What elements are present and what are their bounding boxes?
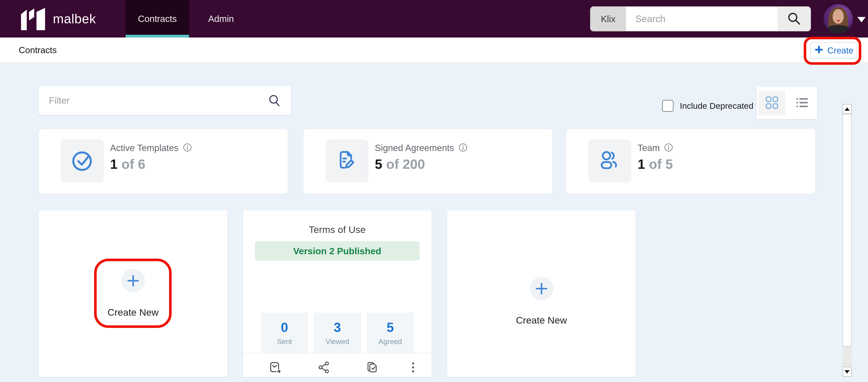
list-view-icon xyxy=(795,95,810,111)
brand: malbek xyxy=(19,0,96,37)
filter-bar xyxy=(39,86,291,115)
stat-suffix: of 200 xyxy=(386,156,425,172)
plus-circle xyxy=(121,269,145,293)
search-icon xyxy=(787,11,801,26)
stat-card-active-templates: Active Templates 1 of 6 xyxy=(39,129,288,194)
stat-viewed-label: Viewed xyxy=(326,337,349,346)
stat-tile xyxy=(588,139,631,182)
info-icon[interactable] xyxy=(183,143,192,153)
stat-agreed-value: 5 xyxy=(386,320,394,335)
malbek-logo-icon xyxy=(19,6,48,32)
global-search: Klix xyxy=(590,6,811,31)
template-card-terms-of-use[interactable]: Terms of Use Version 2 Published 0 Sent … xyxy=(243,210,431,377)
include-deprecated-checkbox[interactable] xyxy=(662,100,674,112)
search-input[interactable] xyxy=(626,7,777,31)
list-view-button[interactable] xyxy=(789,90,815,116)
stat-viewed-value: 3 xyxy=(334,320,341,335)
stat-agreed-label: Agreed xyxy=(378,337,402,346)
create-new-label: Create New xyxy=(516,315,567,326)
create-new-card[interactable]: Create New xyxy=(39,210,227,377)
plus-icon xyxy=(535,282,549,296)
grid-view-button[interactable] xyxy=(758,90,785,116)
template-title: Terms of Use xyxy=(243,224,431,235)
stat-card-team: Team 1 of 5 xyxy=(566,129,815,194)
stat-tile xyxy=(326,139,369,182)
stat-title: Active Templates xyxy=(110,143,179,153)
share-icon[interactable] xyxy=(317,360,331,375)
stat-suffix: of 6 xyxy=(122,156,145,172)
plus-icon xyxy=(814,45,824,56)
stat-suffix: of 5 xyxy=(649,156,673,172)
brand-name: malbek xyxy=(53,11,96,26)
status-badge: Version 2 Published xyxy=(255,241,420,261)
create-button[interactable]: Create xyxy=(810,42,857,59)
create-new-card[interactable]: Create New xyxy=(447,210,636,377)
stat-value: 5 xyxy=(375,156,382,172)
grid-view-icon xyxy=(764,95,780,111)
triangle-up-icon xyxy=(844,108,850,111)
create-new-action[interactable]: Create New xyxy=(447,277,636,326)
team-icon xyxy=(598,148,622,173)
search-scope-badge: Klix xyxy=(590,7,626,31)
top-nav: malbek Contracts Admin Klix xyxy=(0,0,868,37)
info-icon[interactable] xyxy=(459,143,468,153)
signed-agreement-icon xyxy=(335,148,359,173)
stat-sent-label: Sent xyxy=(277,337,292,346)
search-button[interactable] xyxy=(777,7,811,31)
view-toggle xyxy=(757,87,817,119)
tab-contracts-label: Contracts xyxy=(138,13,177,24)
breadcrumb: Contracts xyxy=(19,37,57,63)
info-icon[interactable] xyxy=(664,143,673,153)
stat-title: Signed Agreements xyxy=(375,143,454,153)
stat-agreed: 5 Agreed xyxy=(367,313,414,353)
triangle-down-icon xyxy=(844,370,850,374)
stat-card-signed-agreements: Signed Agreements 5 of 200 xyxy=(303,129,552,194)
breadcrumb-bar: Contracts Create xyxy=(0,37,868,63)
scroll-down-button[interactable] xyxy=(842,367,851,377)
scrollbar-thumb[interactable] xyxy=(842,114,851,347)
stat-sent: 0 Sent xyxy=(261,313,308,353)
filter-input[interactable] xyxy=(39,86,268,115)
create-button-label: Create xyxy=(827,46,854,56)
check-circle-icon xyxy=(70,148,94,173)
active-tab-underline xyxy=(126,35,189,37)
include-deprecated-label: Include Deprecated xyxy=(680,100,753,112)
tab-admin[interactable]: Admin xyxy=(189,0,253,37)
plus-icon xyxy=(126,274,140,288)
avatar[interactable] xyxy=(824,4,853,33)
chevron-down-icon[interactable] xyxy=(857,17,866,22)
stat-sent-value: 0 xyxy=(281,320,288,335)
filter-search-icon[interactable] xyxy=(268,94,281,108)
card-actions xyxy=(243,353,431,377)
copy-icon[interactable] xyxy=(365,360,379,375)
plus-circle xyxy=(530,277,553,300)
more-options-icon[interactable] xyxy=(406,360,420,375)
tab-contracts[interactable]: Contracts xyxy=(126,0,189,37)
stat-tile xyxy=(61,139,104,182)
stat-viewed: 3 Viewed xyxy=(314,313,361,353)
send-email-icon[interactable] xyxy=(268,360,282,375)
stat-value: 1 xyxy=(638,156,645,172)
tab-admin-label: Admin xyxy=(208,13,234,24)
stat-value: 1 xyxy=(110,156,118,172)
create-new-label: Create New xyxy=(107,307,159,318)
stat-title: Team xyxy=(638,143,660,153)
scroll-up-button[interactable] xyxy=(842,104,851,114)
create-new-action[interactable]: Create New xyxy=(39,269,227,318)
